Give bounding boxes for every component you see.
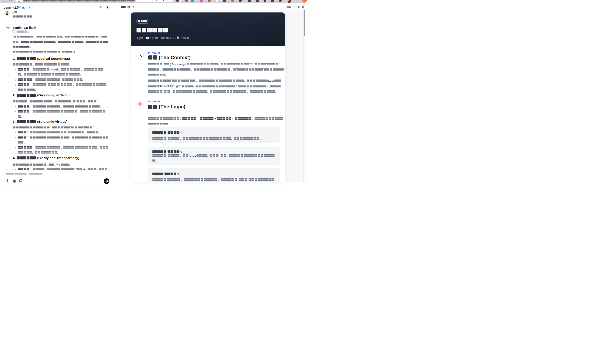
- svg-text:17: 17: [147, 37, 148, 39]
